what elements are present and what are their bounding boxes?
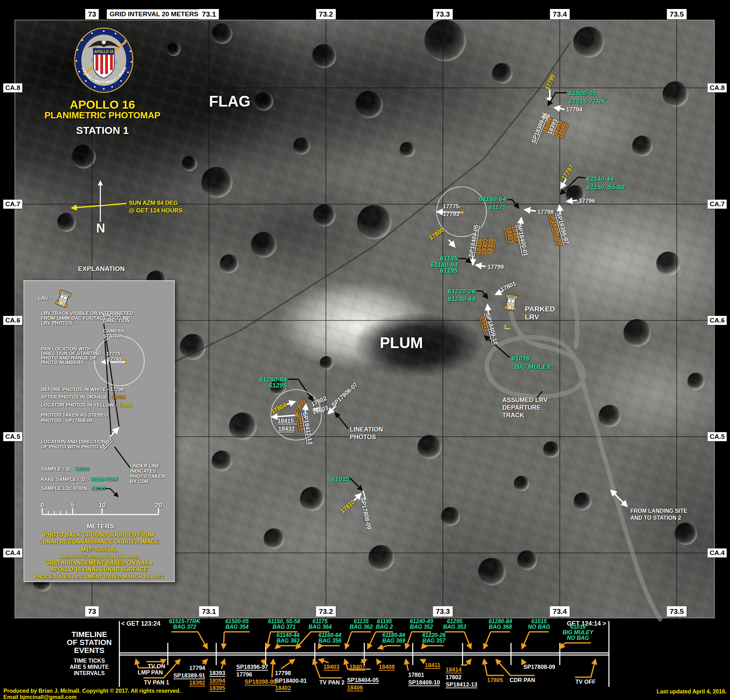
timeline-event-leader xyxy=(275,646,279,649)
crater xyxy=(167,42,181,56)
timeline-event-leader xyxy=(198,632,207,649)
timeline-event-leader xyxy=(464,632,471,649)
timeline-photo-text: TV ON xyxy=(148,663,165,670)
timeline-photo-text: SP18400-01 xyxy=(275,677,307,685)
timeline-photo-text: 17802 xyxy=(445,674,477,681)
timeline-photo-text: 18392 xyxy=(173,679,205,687)
timeline-event-text: BAG 356 xyxy=(318,638,342,644)
timeline-event-above: 61220-26BAG 357 xyxy=(422,633,445,644)
crater xyxy=(254,92,273,111)
timeline-event-above: 61195BAG 2 xyxy=(376,619,393,630)
grid-label-73: 73 xyxy=(85,9,99,19)
timeline-event-below: 17798SP18400-0118402 xyxy=(275,669,307,692)
crater xyxy=(425,20,466,61)
crater xyxy=(573,27,604,58)
grid-label-73.5: 73.5 xyxy=(667,9,687,19)
crater xyxy=(418,435,442,459)
timeline-title-line2: OF STATION xyxy=(67,639,112,646)
timeline-event-above: 61240-49BAG 352 xyxy=(410,619,433,630)
crater xyxy=(478,558,506,586)
timeline-event-text: 61150, 55-58 xyxy=(268,619,300,624)
timeline-event-text: BAG 368 xyxy=(489,624,512,630)
timeline-get-start: < GET 123:24 xyxy=(121,620,161,627)
timeline-photo-text: 18402 xyxy=(275,684,307,692)
crater xyxy=(212,23,232,44)
crater xyxy=(599,405,621,427)
timeline-event-below: 18411 xyxy=(425,662,441,669)
crater xyxy=(300,487,324,511)
timeline-photo-text: 17801 xyxy=(408,671,440,679)
timeline-photo-text: 18414 xyxy=(445,666,477,674)
timeline-photo-text: SP18398-99 xyxy=(245,678,276,686)
timeline-event-text: BAG 362 xyxy=(350,624,373,630)
timeline-event-leader xyxy=(346,632,352,649)
timeline-event-text: 61016 xyxy=(562,624,593,630)
timeline-event-below: SP18404-0518406 xyxy=(347,677,379,691)
crater xyxy=(312,44,336,68)
timeline-photo-leader xyxy=(484,659,504,675)
timeline-event-leader xyxy=(522,632,529,649)
apollo16-photomap-page: { "colors":{"orange":"#f09c1e","yellow":… xyxy=(0,0,730,700)
timeline-photo-leader xyxy=(202,659,207,664)
timeline-photo-leader xyxy=(575,659,596,677)
crater xyxy=(623,319,651,347)
timeline-photo-leader xyxy=(461,659,471,665)
crater xyxy=(320,356,333,370)
timeline-photo-leader xyxy=(262,659,266,663)
crater xyxy=(182,156,197,171)
legend-box xyxy=(23,280,175,582)
timeline-event-leader xyxy=(318,646,320,649)
timeline-photo-leader xyxy=(272,659,273,678)
grid-label-73.2: 73.2 xyxy=(316,9,336,19)
timeline-event-text: BAG 357 xyxy=(422,638,445,644)
grid-label-73.4: 73.4 xyxy=(550,9,570,19)
timeline-event-text: BAG 352 xyxy=(410,624,433,630)
timeline-photo-leader xyxy=(319,659,328,663)
timeline-event-above: 61295BAG 353 xyxy=(443,619,466,630)
crater xyxy=(264,528,285,549)
crater xyxy=(220,254,239,273)
timeline-event-leader xyxy=(422,646,424,649)
timeline-event-text: 61140-44 xyxy=(276,633,299,638)
timeline-photo-leader xyxy=(345,659,371,669)
timeline-event-text: 61160-64 xyxy=(318,633,342,638)
timeline-title-line1: TIMELINE xyxy=(72,630,107,639)
crater xyxy=(72,144,96,168)
timeline-event-below: 18408 xyxy=(379,663,395,671)
timeline-event-above: 61280-84BAG 368 xyxy=(489,619,512,630)
timeline-event-below: 17805 xyxy=(487,677,503,684)
timeline-photo-leader xyxy=(406,659,408,671)
crater xyxy=(543,441,560,458)
crater xyxy=(574,492,591,510)
timeline-photo-text: 18394 xyxy=(209,677,225,685)
crater xyxy=(514,476,529,491)
timeline-event-text: 61015 xyxy=(528,619,550,624)
timeline-event-text: 61175 xyxy=(309,619,332,624)
timeline-event-leader xyxy=(560,643,565,649)
timeline-event-text: NO BAG xyxy=(562,635,593,641)
timeline-event-above: 61160-64BAG 356 xyxy=(318,633,342,644)
timeline-event-below: TV ON xyxy=(148,663,165,670)
crater xyxy=(492,63,513,84)
crater xyxy=(180,334,206,360)
timeline-event-text: 61220-26 xyxy=(422,633,445,638)
timeline-photo-text: 17805 xyxy=(487,677,503,684)
timeline-event-text: BAG 364 xyxy=(309,624,332,630)
timeline-event-below: 183931839418395 xyxy=(209,669,225,692)
timeline-event-below: TV OFF xyxy=(575,678,596,686)
timeline-photo-text: 18406 xyxy=(347,684,379,692)
crater xyxy=(270,379,286,395)
crater xyxy=(229,412,257,440)
crater xyxy=(632,136,653,156)
timeline-event-below: 18407 xyxy=(349,663,365,671)
timeline-title-line3: EVENTS xyxy=(74,646,105,654)
timeline-event-below: TV PAN 1 xyxy=(144,679,169,687)
timeline-event-below: TV PAN 2 xyxy=(319,679,345,687)
timeline-event-above: 61135BAG 362 xyxy=(350,619,373,630)
timeline-photo-text: 18395 xyxy=(209,684,225,692)
timeline-event-above: 61175BAG 364 xyxy=(309,619,332,630)
crater xyxy=(201,167,232,198)
timeline-note-line1: TIME TICKS xyxy=(74,658,105,664)
timeline-event-text: 61295 xyxy=(443,619,466,624)
crater xyxy=(566,185,585,204)
